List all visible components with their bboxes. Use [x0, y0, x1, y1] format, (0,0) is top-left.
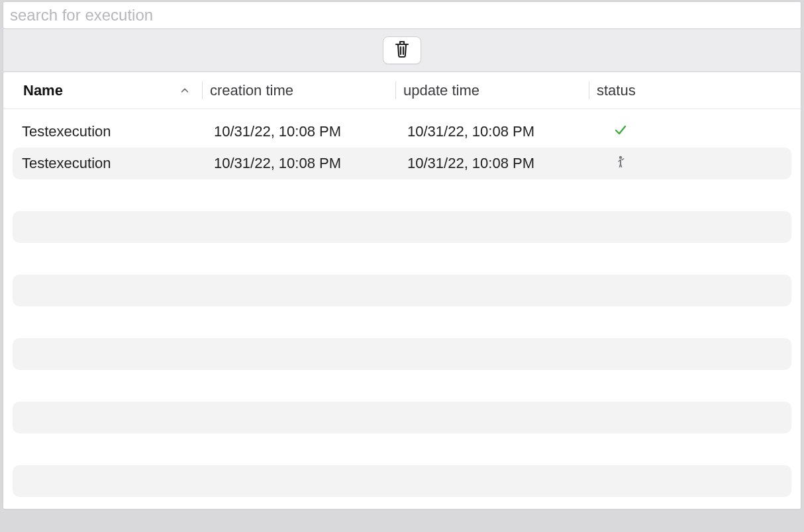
delete-button[interactable] [383, 36, 421, 64]
cell-creation-time: 10/31/22, 10:08 PM [214, 155, 407, 172]
column-label: creation time [210, 82, 293, 99]
search-input[interactable] [9, 5, 795, 25]
cell-update-time: 10/31/22, 10:08 PM [407, 123, 601, 140]
table-row[interactable]: Testexecution10/31/22, 10:08 PM10/31/22,… [13, 116, 791, 148]
column-header-creation-time[interactable]: creation time [202, 72, 395, 109]
table-row[interactable]: Testexecution10/31/22, 10:08 PM10/31/22,… [13, 148, 791, 179]
table-body: Testexecution10/31/22, 10:08 PM10/31/22,… [3, 109, 801, 509]
column-header-update-time[interactable]: update time [395, 72, 589, 109]
executions-panel: Name creation time update time status Te… [0, 0, 804, 510]
chevron-up-icon [179, 85, 190, 96]
column-header-name[interactable]: Name [3, 72, 202, 109]
toolbar [3, 29, 801, 71]
table-row-placeholder [13, 338, 791, 370]
column-label: status [597, 82, 636, 99]
svg-point-0 [619, 156, 622, 159]
check-icon [614, 123, 627, 140]
trash-icon [394, 40, 410, 61]
cell-update-time: 10/31/22, 10:08 PM [407, 155, 601, 172]
cell-name: Testexecution [22, 155, 214, 172]
table-row-placeholder [13, 275, 791, 306]
person-icon [614, 155, 627, 172]
table-header: Name creation time update time status [3, 72, 801, 109]
table-row-placeholder [13, 402, 791, 433]
cell-status [601, 155, 791, 172]
search-bar [3, 1, 801, 29]
executions-table: Name creation time update time status Te… [3, 71, 801, 510]
cell-name: Testexecution [22, 123, 214, 140]
column-label: update time [403, 82, 479, 99]
cell-creation-time: 10/31/22, 10:08 PM [214, 123, 407, 140]
column-label: Name [23, 82, 63, 99]
cell-status [601, 123, 791, 140]
table-row-placeholder [13, 211, 791, 243]
table-row-placeholder [13, 465, 791, 497]
column-header-status[interactable]: status [589, 72, 801, 109]
